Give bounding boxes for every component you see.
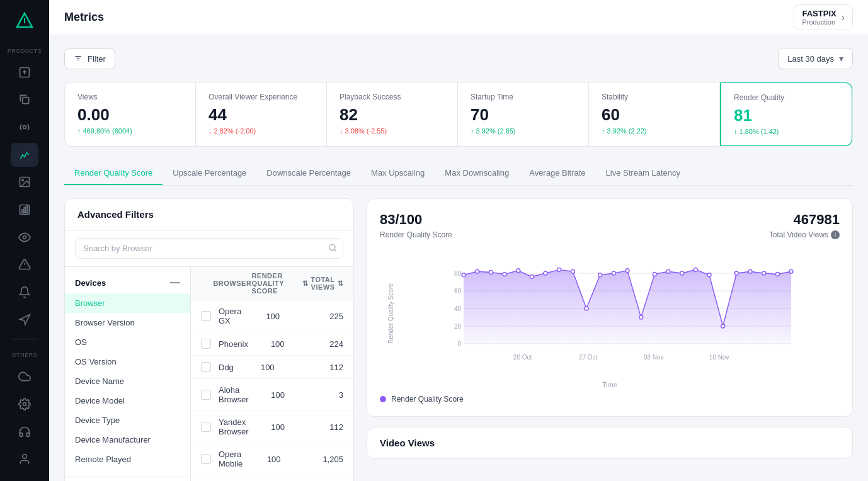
table-row[interactable]: Opera GX 100 225 bbox=[191, 300, 353, 332]
metric-change-5: ↑ 1.80% (1.42) bbox=[734, 128, 839, 135]
logo[interactable] bbox=[13, 10, 36, 31]
sort-icon[interactable]: ⇅ bbox=[302, 280, 309, 288]
browser-name-0: Opera GX bbox=[219, 307, 241, 325]
svg-point-56 bbox=[748, 269, 752, 273]
row-checkbox-1[interactable] bbox=[201, 339, 211, 349]
filter-item-device-name[interactable]: Device Name bbox=[65, 371, 190, 391]
tabs: Render Quality ScoreUpscale PercentageDo… bbox=[64, 162, 853, 186]
svg-text:10 Nov: 10 Nov bbox=[709, 354, 729, 361]
metric-label-5: Render Quality bbox=[734, 93, 839, 102]
tab-0[interactable]: Render Quality Score bbox=[64, 162, 163, 185]
alert-icon[interactable] bbox=[11, 252, 38, 276]
metric-card-2[interactable]: Playback Success 82 ↓ 3.08% (-2.55) bbox=[327, 82, 458, 146]
svg-point-59 bbox=[789, 269, 793, 273]
svg-point-46 bbox=[612, 271, 615, 275]
filter-item-browser-version[interactable]: Browser Version bbox=[65, 313, 190, 332]
filter-button[interactable]: Filter bbox=[64, 48, 115, 69]
metric-card-3[interactable]: Startup Time 70 ↑ 3.92% (2.65) bbox=[458, 82, 589, 146]
row-checkbox-5[interactable] bbox=[201, 454, 211, 464]
filter-content: Devices — BrowserBrowser VersionOSOS Ver… bbox=[65, 267, 353, 481]
image-icon[interactable] bbox=[11, 171, 38, 195]
svg-line-20 bbox=[334, 249, 336, 251]
metric-card-1[interactable]: Overall Viewer Experience 44 ↓ 2.82% (-2… bbox=[196, 82, 327, 146]
upload-icon[interactable] bbox=[11, 60, 38, 84]
gear-icon[interactable] bbox=[11, 392, 38, 416]
cloud-icon[interactable] bbox=[11, 365, 38, 388]
table-row[interactable]: Opera Mobile 100 1,205 bbox=[191, 443, 353, 475]
copy-icon[interactable] bbox=[11, 88, 38, 112]
svg-point-35 bbox=[462, 273, 465, 277]
metric-card-0[interactable]: Views 0.00 ↑ 469.80% (6004) bbox=[65, 82, 196, 146]
browser-score-5: 100 bbox=[243, 455, 305, 464]
svg-point-53 bbox=[707, 273, 711, 277]
tab-3[interactable]: Max Upscaling bbox=[361, 162, 435, 185]
workspace-selector[interactable]: FASTPIX Production › bbox=[794, 4, 853, 30]
filter-item-browser[interactable]: Browser bbox=[65, 293, 190, 313]
filter-item-device-model[interactable]: Device Model bbox=[65, 391, 190, 410]
svg-point-40 bbox=[530, 275, 534, 279]
filter-item-device-type[interactable]: Device Type bbox=[65, 410, 190, 430]
row-checkbox-4[interactable] bbox=[201, 422, 211, 432]
table-row[interactable]: Aloha Browser 100 3 bbox=[191, 379, 353, 411]
browser-col-header: BROWSER bbox=[213, 280, 251, 287]
table-row[interactable]: Ddg 100 112 bbox=[191, 356, 353, 379]
tab-6[interactable]: Live Stream Latency bbox=[596, 162, 691, 185]
date-selector[interactable]: Last 30 days ▾ bbox=[778, 48, 853, 69]
metric-value-4: 60 bbox=[602, 105, 707, 125]
search-input[interactable] bbox=[75, 238, 343, 259]
svg-point-36 bbox=[476, 269, 479, 273]
svg-point-43 bbox=[571, 269, 574, 273]
chevron-right-icon: › bbox=[842, 12, 845, 23]
devices-section-header[interactable]: Devices — bbox=[65, 272, 190, 293]
svg-point-45 bbox=[598, 273, 602, 277]
svg-text:20 Oct: 20 Oct bbox=[513, 354, 532, 361]
broadcast-icon[interactable] bbox=[11, 115, 38, 139]
svg-text:03 Nov: 03 Nov bbox=[644, 354, 664, 361]
render-quality-chart: 020406080 20 Oct27 Oct03 Nov10 Nov bbox=[403, 249, 840, 375]
browser-name-1: Phoenix bbox=[219, 339, 248, 349]
chart-bar-icon[interactable] bbox=[11, 198, 38, 222]
svg-text:0: 0 bbox=[457, 341, 461, 348]
svg-point-41 bbox=[544, 271, 547, 275]
svg-point-49 bbox=[653, 272, 656, 276]
svg-point-50 bbox=[666, 269, 670, 273]
sort-icon-views[interactable]: ⇅ bbox=[338, 280, 344, 288]
metric-cards: Views 0.00 ↑ 469.80% (6004) Overall View… bbox=[64, 82, 853, 147]
metric-card-5[interactable]: Render Quality 81 ↑ 1.80% (1.42) bbox=[720, 82, 853, 147]
svg-point-52 bbox=[694, 268, 697, 271]
metric-value-2: 82 bbox=[340, 105, 445, 125]
megaphone-icon[interactable] bbox=[11, 308, 38, 332]
metric-value-1: 44 bbox=[208, 105, 314, 125]
filter-item-os[interactable]: OS bbox=[65, 332, 190, 352]
analytics-icon[interactable] bbox=[11, 143, 38, 167]
browser-score-1: 100 bbox=[248, 339, 307, 349]
filter-item-remote-played[interactable]: Remote Played bbox=[65, 450, 190, 469]
filters-panel: Advanced Filters Devices — BrowserBrowse… bbox=[64, 198, 354, 481]
user-icon[interactable] bbox=[11, 447, 38, 471]
tab-5[interactable]: Average Bitrate bbox=[519, 162, 595, 185]
svg-rect-10 bbox=[26, 206, 28, 213]
table-row[interactable]: Yandex Browser 100 112 bbox=[191, 411, 353, 443]
info-icon[interactable]: i bbox=[831, 230, 840, 239]
table-row[interactable]: Opera Mini 98 229 bbox=[191, 475, 353, 481]
filter-item-device-manufacturer[interactable]: Device Manufacturer bbox=[65, 430, 190, 450]
tab-1[interactable]: Upscale Percentage bbox=[163, 162, 256, 185]
metric-card-4[interactable]: Stability 60 ↑ 3.92% (2.22) bbox=[589, 82, 720, 146]
filter-icon bbox=[74, 54, 83, 63]
filter-item-os-version[interactable]: OS Version bbox=[65, 352, 190, 371]
row-checkbox-3[interactable] bbox=[201, 390, 211, 400]
bell-icon[interactable] bbox=[11, 280, 38, 304]
metric-label-4: Stability bbox=[602, 93, 707, 101]
tab-4[interactable]: Max Downscaling bbox=[435, 162, 519, 185]
row-checkbox-2[interactable] bbox=[201, 362, 211, 372]
chart-views-label: Total Video Views i bbox=[769, 230, 840, 239]
row-checkbox-0[interactable] bbox=[201, 311, 211, 321]
headphones-icon[interactable] bbox=[11, 420, 38, 444]
browser-views-4: 112 bbox=[307, 422, 343, 432]
tab-2[interactable]: Downscale Percentage bbox=[256, 162, 361, 185]
browser-name-4: Yandex Browser bbox=[219, 417, 249, 436]
workspace-name: FASTPIX bbox=[802, 9, 836, 18]
products-label: PRODUCTS bbox=[8, 48, 42, 54]
eye-icon[interactable] bbox=[11, 225, 38, 249]
table-row[interactable]: Phoenix 100 224 bbox=[191, 332, 353, 356]
